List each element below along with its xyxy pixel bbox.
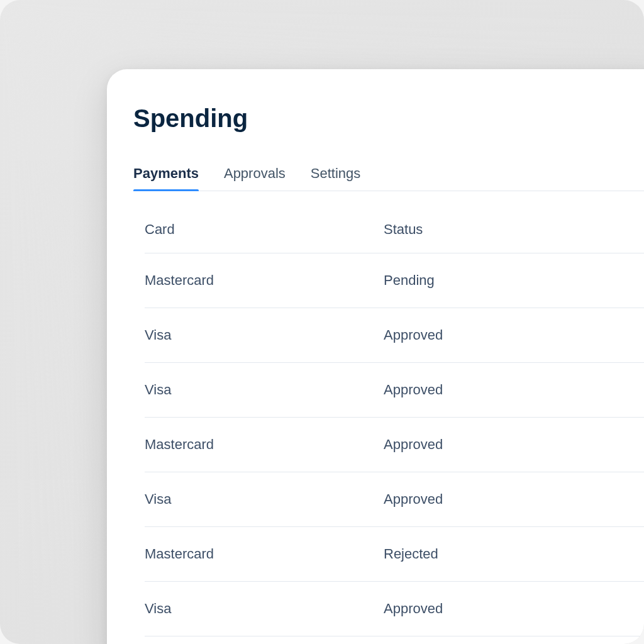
cell-card: Visa [145,382,384,398]
cell-status: Pending [384,272,644,289]
table-row[interactable]: Mastercard Pending [145,253,644,308]
column-header-card: Card [145,221,384,238]
tab-payments[interactable]: Payments [133,165,199,191]
table-row[interactable]: Visa Approved [145,472,644,527]
cell-card: Mastercard [145,436,384,453]
column-header-status: Status [384,221,644,238]
cell-status: Approved [384,601,644,617]
tab-approvals[interactable]: Approvals [224,165,286,191]
cell-status: Approved [384,327,644,343]
cell-card: Visa [145,601,384,617]
cell-card: Visa [145,327,384,343]
table-row[interactable]: Visa Approved [145,582,644,636]
cell-card: Visa [145,491,384,508]
table-row[interactable]: Mastercard Rejected [145,527,644,582]
cell-status: Rejected [384,546,644,562]
cell-status: Approved [384,436,644,453]
table-row[interactable]: Visa Approved [145,308,644,363]
cell-status: Approved [384,382,644,398]
background-container: Spending Payments Approvals Settings Car… [0,0,644,644]
cell-card: Mastercard [145,272,384,289]
page-title: Spending [133,104,644,133]
spending-card: Spending Payments Approvals Settings Car… [107,69,644,644]
tab-settings[interactable]: Settings [311,165,361,191]
cell-status: Approved [384,491,644,508]
tabs-container: Payments Approvals Settings [133,165,644,191]
table-header-row: Card Status [145,221,644,253]
table-row[interactable]: Mastercard Approved [145,418,644,472]
table-row[interactable]: Visa Approved [145,363,644,418]
payments-table: Card Status Mastercard Pending Visa Appr… [133,221,644,636]
cell-card: Mastercard [145,546,384,562]
